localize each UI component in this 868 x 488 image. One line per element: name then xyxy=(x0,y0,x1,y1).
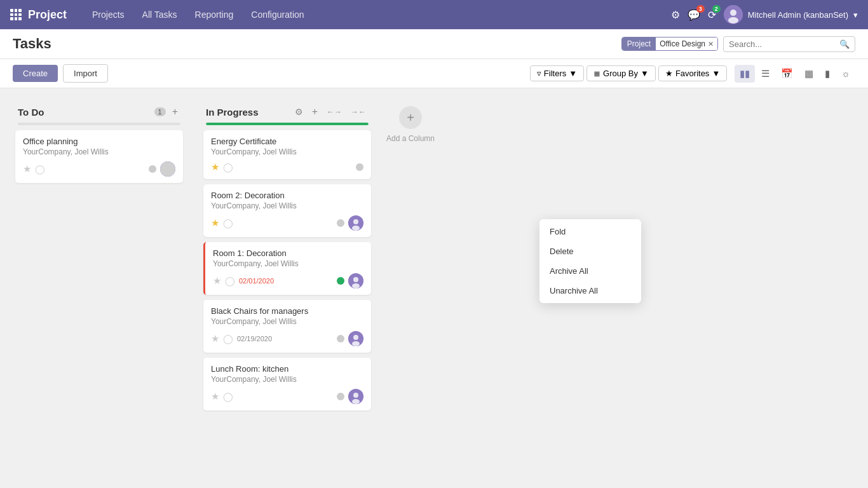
timer-icon[interactable]: ◯ xyxy=(223,162,233,172)
add-column-btn[interactable]: + xyxy=(399,106,422,129)
svg-point-8 xyxy=(353,277,358,282)
user-menu[interactable]: Mitchell Admin (kanbanSet) ▾ xyxy=(724,5,858,24)
card-subtitle: YourCompany, Joel Willis xyxy=(213,259,363,268)
star-icon[interactable]: ★ xyxy=(23,163,31,175)
column-dropdown-menu: Fold Delete Archive All Unarchive All xyxy=(539,219,641,303)
svg-point-1 xyxy=(730,10,736,16)
menu-unarchive-all[interactable]: Unarchive All xyxy=(539,281,641,301)
menu-fold[interactable]: Fold xyxy=(539,222,641,241)
timer-icon[interactable]: ◯ xyxy=(35,164,45,174)
sub-header: Tasks Project Office Design ✕ 🔍 xyxy=(0,29,868,59)
svg-point-15 xyxy=(352,399,360,404)
view-grid[interactable]: ▦ xyxy=(799,65,818,83)
nav-projects[interactable]: Projects xyxy=(85,7,132,22)
inprogress-collapse-left[interactable]: ←→ xyxy=(324,106,344,118)
brand[interactable]: Project xyxy=(10,8,67,22)
add-column-label: Add a Column xyxy=(386,134,435,143)
chat-badge: 3 xyxy=(696,5,705,13)
view-kanban[interactable]: ▮▮ xyxy=(735,65,755,83)
column-todo-title-group: To Do xyxy=(18,107,44,118)
user-dropdown-arrow: ▾ xyxy=(853,10,858,20)
groupby-button[interactable]: ≣ Group By ▼ xyxy=(587,65,656,81)
star-icon[interactable]: ★ xyxy=(211,391,219,402)
star-icon[interactable]: ★ xyxy=(211,161,219,173)
clock-icon-btn[interactable]: ⟳ 2 xyxy=(708,9,716,21)
timer-icon[interactable]: ◯ xyxy=(223,334,233,344)
view-icons: ▮▮ ☰ 📅 ▦ ▮ ☼ xyxy=(735,65,855,83)
status-dot xyxy=(337,335,344,342)
add-column: + Add a Column xyxy=(386,98,435,468)
card-room1-decoration[interactable]: Room 1: Decoration YourCompany, Joel Wil… xyxy=(203,242,371,295)
card-room2-decoration[interactable]: Room 2: Decoration YourCompany, Joel Wil… xyxy=(203,184,371,237)
import-button[interactable]: Import xyxy=(63,64,108,83)
card-footer: ★ ◯ 02/01/2020 xyxy=(213,273,363,288)
card-footer-left: ★ ◯ xyxy=(211,161,233,173)
chat-icon-btn[interactable]: 💬 3 xyxy=(688,9,700,21)
timer-icon[interactable]: ◯ xyxy=(223,218,233,228)
card-subtitle: YourCompany, Joel Willis xyxy=(23,147,175,156)
column-todo: To Do 1 + Office planning YourCompany, J… xyxy=(10,98,188,468)
user-label: Mitchell Admin (kanbanSet) xyxy=(748,10,848,20)
nav-reporting[interactable]: Reporting xyxy=(187,7,241,22)
topnav: Project Projects All Tasks Reporting Con… xyxy=(0,0,868,29)
inprogress-gear-btn[interactable]: ⚙ xyxy=(292,105,306,118)
kanban-board: To Do 1 + Office planning YourCompany, J… xyxy=(0,88,868,478)
search-icon[interactable]: 🔍 xyxy=(839,39,850,49)
avatar-sm xyxy=(348,273,363,288)
view-chart[interactable]: ▮ xyxy=(820,65,835,83)
groupby-icon: ≣ xyxy=(593,69,600,78)
inprogress-add-btn[interactable]: + xyxy=(309,105,320,119)
inprogress-progress-fill xyxy=(206,123,369,125)
nav-all-tasks[interactable]: All Tasks xyxy=(135,7,185,22)
card-footer-right xyxy=(337,215,363,231)
inprogress-cards: Energy Certificate YourCompany, Joel Wil… xyxy=(198,130,376,416)
column-inprogress-title: In Progress xyxy=(206,107,259,118)
svg-point-12 xyxy=(352,341,360,346)
status-dot xyxy=(149,165,156,173)
card-subtitle: YourCompany, Joel Willis xyxy=(211,317,363,326)
topnav-links: Projects All Tasks Reporting Configurati… xyxy=(85,7,312,22)
card-energy-certificate[interactable]: Energy Certificate YourCompany, Joel Wil… xyxy=(203,130,371,179)
favorites-label: Favorites xyxy=(675,69,709,78)
card-footer-right xyxy=(356,163,363,171)
status-dot xyxy=(356,163,363,171)
star-icon[interactable]: ★ xyxy=(211,217,219,229)
todo-add-btn[interactable]: + xyxy=(170,105,180,119)
view-list[interactable]: ☰ xyxy=(756,65,775,83)
column-inprogress: In Progress ⚙ + ←→ →← Energy Certificate… xyxy=(198,98,376,468)
avatar xyxy=(724,5,743,24)
action-bar-left: Create Import xyxy=(13,64,108,83)
column-inprogress-header: In Progress ⚙ + ←→ →← xyxy=(198,98,376,123)
nav-configuration[interactable]: Configuration xyxy=(243,7,311,22)
card-title: Room 1: Decoration xyxy=(213,248,363,258)
filter-tag-value: Office Design ✕ xyxy=(656,37,717,50)
filter-tag-close[interactable]: ✕ xyxy=(708,40,714,48)
debug-icon-btn[interactable]: ⚙ xyxy=(671,9,680,21)
avatar-sm xyxy=(348,215,363,231)
groupby-arrow: ▼ xyxy=(641,69,649,78)
filter-icon: ▿ xyxy=(537,69,541,78)
timer-icon[interactable]: ◯ xyxy=(223,391,233,402)
card-office-planning[interactable]: Office planning YourCompany, Joel Willis… xyxy=(15,130,183,183)
star-icon[interactable]: ★ xyxy=(211,333,219,344)
avatar-sm xyxy=(348,331,363,346)
star-icon[interactable]: ★ xyxy=(213,275,221,287)
create-button[interactable]: Create xyxy=(13,65,58,82)
svg-point-5 xyxy=(353,219,358,224)
timer-icon[interactable]: ◯ xyxy=(225,276,235,286)
menu-archive-all[interactable]: Archive All xyxy=(539,261,641,281)
column-inprogress-title-group: In Progress xyxy=(206,107,259,118)
search-input[interactable] xyxy=(729,39,836,49)
inprogress-collapse-right[interactable]: →← xyxy=(348,106,369,118)
favorites-button[interactable]: ★ Favorites ▼ xyxy=(658,65,727,81)
card-footer-left: ★ ◯ xyxy=(23,163,45,175)
card-lunch-room[interactable]: Lunch Room: kitchen YourCompany, Joel Wi… xyxy=(203,358,371,410)
view-calendar[interactable]: 📅 xyxy=(776,65,798,83)
menu-delete[interactable]: Delete xyxy=(539,241,641,261)
todo-count-badge: 1 xyxy=(154,107,166,116)
view-clock[interactable]: ☼ xyxy=(836,65,855,82)
page-title: Tasks xyxy=(13,36,51,52)
filters-button[interactable]: ▿ Filters ▼ xyxy=(530,65,584,81)
card-black-chairs[interactable]: Black Chairs for managers YourCompany, J… xyxy=(203,300,371,353)
svg-point-3 xyxy=(160,161,175,177)
